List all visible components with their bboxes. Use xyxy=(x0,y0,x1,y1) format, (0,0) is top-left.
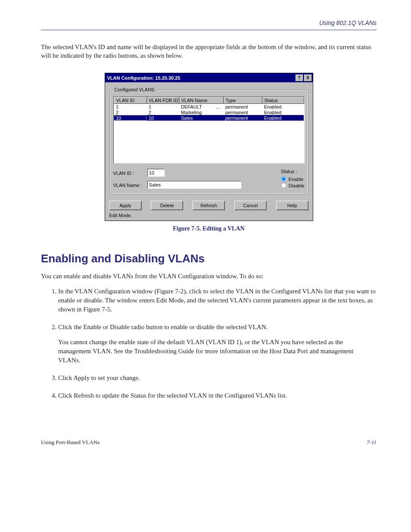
header-rule xyxy=(41,30,377,30)
dialog-title: VLAN Configuration: 15.20.30.25 xyxy=(107,75,181,81)
status-label: Status : xyxy=(281,169,305,174)
step-2: Click the Enable or Disable radio button… xyxy=(58,323,377,365)
vlans-listview[interactable]: VLAN ID VLAN FDB ID VLAN Name Type Statu… xyxy=(113,96,305,163)
dialog-statusbar: Edit Mode. xyxy=(109,213,308,218)
help-button[interactable]: Help xyxy=(276,201,308,210)
step-1: In the VLAN Configuration window (Figure… xyxy=(58,287,377,314)
col-vlan-name[interactable]: VLAN Name xyxy=(179,97,223,104)
radio-enable[interactable]: Enable xyxy=(281,176,305,182)
help-icon[interactable]: ? xyxy=(296,75,303,81)
step-4: Click Refresh to update the Status for t… xyxy=(58,391,377,400)
apply-button[interactable]: Apply xyxy=(109,201,142,210)
col-type[interactable]: Type xyxy=(223,97,262,104)
figure-caption: Figure 7-5. Editing a VLAN xyxy=(41,225,377,232)
vlan-name-label: VLAN Name : xyxy=(113,183,146,188)
radio-disable[interactable]: Disable xyxy=(281,183,305,188)
vlan-id-input[interactable] xyxy=(147,169,165,177)
footer-left: Using Port-Based VLANs xyxy=(41,439,100,446)
table-header-row: VLAN ID VLAN FDB ID VLAN Name Type Statu… xyxy=(114,97,304,104)
vlan-id-label: VLAN ID : xyxy=(113,171,146,176)
page-header-section: Using 802.1Q VLANs xyxy=(41,19,377,26)
table-row[interactable]: 11DEFAULT...permanentEnabled xyxy=(114,104,304,110)
col-vlan-id[interactable]: VLAN ID xyxy=(114,97,146,104)
table-row[interactable]: 22MarketingpermanentEnabled xyxy=(114,109,304,115)
intro-paragraph: The selected VLAN's ID and name will be … xyxy=(41,43,377,60)
footer-page-number: 7-11 xyxy=(367,439,377,446)
groupbox-legend: Configured VLANS xyxy=(113,87,156,92)
status-radio-group: Status : Enable Disable xyxy=(272,169,305,189)
cancel-button[interactable]: Cancel xyxy=(234,201,267,210)
step-2-note: You cannot change the enable state of th… xyxy=(58,338,377,365)
vlan-name-input[interactable] xyxy=(147,181,241,189)
delete-button[interactable]: Delete xyxy=(151,201,183,210)
section-heading: Enabling and Disabling VLANs xyxy=(41,252,377,265)
col-vlan-fdb-id[interactable]: VLAN FDB ID xyxy=(146,97,179,104)
dialog-titlebar[interactable]: VLAN Configuration: 15.20.30.25 ? X xyxy=(105,73,313,82)
steps-list: In the VLAN Configuration window (Figure… xyxy=(41,287,377,400)
vlan-config-dialog: VLAN Configuration: 15.20.30.25 ? X Conf… xyxy=(105,73,313,221)
refresh-button[interactable]: Refresh xyxy=(193,201,225,210)
step-3: Click Apply to set your change. xyxy=(58,373,377,383)
section-intro: You can enable and disable VLANs from th… xyxy=(41,272,377,281)
close-icon[interactable]: X xyxy=(304,75,312,81)
col-status[interactable]: Status xyxy=(262,97,304,104)
table-row[interactable]: 1010SalespermanentEnabled xyxy=(114,115,304,121)
configured-vlans-groupbox: Configured VLANS VLAN ID VLAN FDB ID VLA… xyxy=(109,87,308,195)
